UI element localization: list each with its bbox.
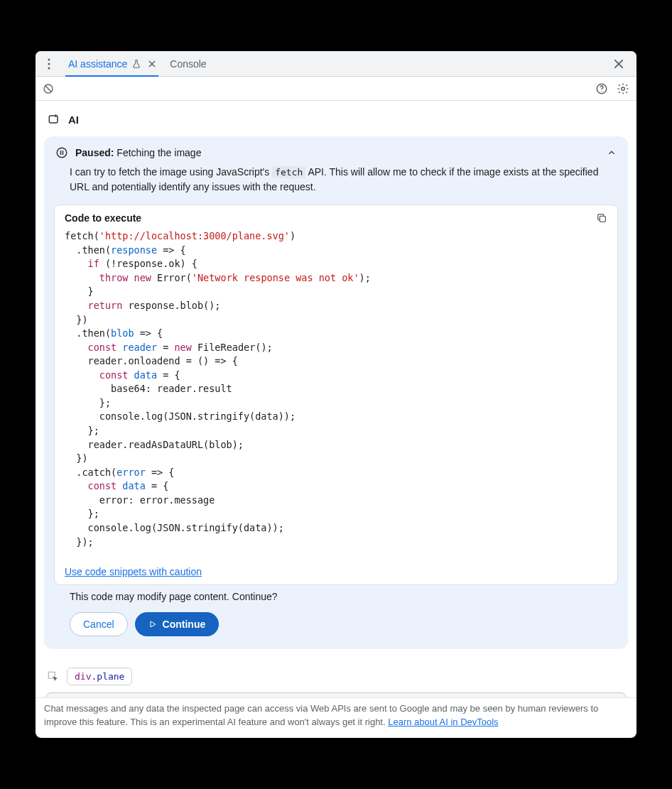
code-block-title: Code to execute	[65, 212, 141, 224]
ai-title: AI	[68, 114, 79, 126]
ask-row	[44, 692, 628, 697]
tab-label: Console	[170, 58, 206, 70]
cancel-button[interactable]: Cancel	[70, 612, 128, 636]
svg-point-8	[57, 148, 67, 158]
ask-input[interactable]	[45, 692, 627, 697]
main-content: AI Paused: Fetching the image I can try …	[36, 101, 636, 697]
desc-code: fetch	[272, 166, 305, 178]
tab-ai-assistance[interactable]: AI assistance	[61, 51, 163, 76]
devtools-window: AI assistance Console	[36, 51, 636, 738]
caution-link[interactable]: Use code snippets with caution	[65, 566, 202, 577]
svg-point-6	[622, 87, 625, 90]
svg-rect-7	[49, 116, 58, 123]
chip-class: .plane	[91, 671, 124, 682]
close-panel-icon[interactable]	[614, 59, 634, 69]
svg-point-2	[48, 67, 50, 69]
footer-text: Chat messages and any data the inspected…	[44, 703, 598, 727]
element-picker-icon[interactable]	[47, 670, 60, 683]
toolbar	[36, 77, 636, 101]
clear-icon[interactable]	[43, 83, 54, 94]
desc-pre: I can try to fetch the image using JavaS…	[70, 166, 272, 178]
continue-button[interactable]: Continue	[135, 612, 220, 636]
card-description: I can try to fetch the image using JavaS…	[44, 165, 628, 205]
code-content[interactable]: fetch('http://localhost:3000/plane.svg')…	[55, 228, 617, 559]
svg-point-5	[601, 91, 602, 92]
caution-row: Use code snippets with caution	[55, 559, 617, 584]
pause-icon	[55, 146, 68, 159]
paused-card: Paused: Fetching the image I can try to …	[44, 136, 628, 649]
element-chip[interactable]: div.plane	[67, 668, 132, 685]
button-row: Cancel Continue	[44, 612, 628, 649]
tab-bar: AI assistance Console	[36, 51, 636, 77]
paused-status-text: Fetching the image	[116, 147, 201, 158]
code-block: Code to execute fetch('http://localhost:…	[54, 205, 618, 585]
ai-header: AI	[44, 112, 628, 126]
continue-label: Continue	[163, 619, 206, 630]
ai-sparkle-icon	[47, 112, 61, 126]
paused-label: Paused:	[75, 147, 114, 158]
svg-point-0	[48, 58, 50, 60]
svg-rect-9	[600, 216, 605, 222]
card-header: Paused: Fetching the image	[44, 136, 628, 165]
gear-icon[interactable]	[617, 82, 629, 95]
copy-icon[interactable]	[596, 212, 607, 224]
tab-console[interactable]: Console	[163, 51, 213, 76]
chip-tag: div	[75, 671, 91, 682]
flask-icon	[131, 59, 141, 69]
close-tab-icon[interactable]	[148, 60, 156, 67]
chevron-up-icon[interactable]	[607, 148, 617, 158]
kebab-menu-icon[interactable]	[43, 58, 55, 70]
play-icon	[148, 620, 157, 629]
selected-element-row: div.plane	[44, 668, 628, 692]
footer-link[interactable]: Learn about AI in DevTools	[388, 717, 498, 727]
svg-point-1	[48, 62, 50, 65]
tab-label: AI assistance	[68, 58, 127, 70]
footer: Chat messages and any data the inspected…	[36, 697, 636, 738]
warning-text: This code may modify page content. Conti…	[44, 585, 628, 612]
help-icon[interactable]	[595, 82, 608, 95]
